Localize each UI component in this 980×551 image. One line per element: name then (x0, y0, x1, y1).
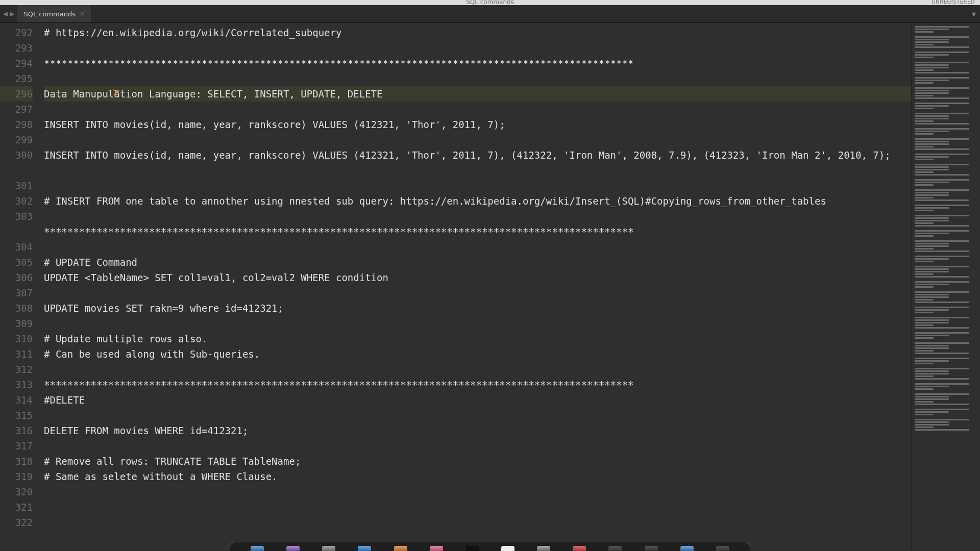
license-status: UNREGISTERED (932, 0, 975, 5)
dock-app-2[interactable] (286, 546, 300, 551)
minimap-line (915, 317, 969, 318)
chevron-down-icon: ▾ (972, 9, 976, 19)
minimap-line (915, 115, 949, 117)
code-editor[interactable]: # https://en.wikipedia.org/wiki/Correlat… (40, 23, 911, 551)
minimap-line (915, 286, 934, 288)
line-number: 297 (0, 102, 33, 117)
dock-app-8[interactable] (501, 546, 514, 551)
code-line: UPDATE <TableName> SET col1=val1, col2=v… (44, 270, 911, 285)
minimap[interactable] (911, 23, 980, 551)
minimap-line (915, 330, 977, 331)
minimap-line (915, 307, 969, 308)
minimap-line (915, 194, 949, 196)
tabbar-menu-icon[interactable]: ▾ (968, 5, 980, 22)
minimap-line (915, 337, 934, 339)
minimap-line (915, 363, 934, 364)
minimap-line (915, 44, 934, 45)
minimap-line (915, 77, 969, 79)
minimap-line (915, 309, 949, 311)
minimap-line (915, 199, 969, 201)
tab-bar: ◀ ▶ SQL commands × ▾ (0, 5, 980, 23)
minimap-line (915, 347, 949, 349)
minimap-line (915, 59, 977, 61)
code-line: INSERT INTO movies(id, name, year, ranks… (44, 117, 911, 132)
minimap-line (915, 235, 934, 237)
minimap-line (915, 123, 969, 124)
minimap-line (915, 388, 934, 390)
line-number-cont (0, 163, 33, 178)
minimap-line (915, 276, 969, 278)
tab-sql-commands[interactable]: SQL commands × (17, 5, 91, 22)
minimap-line (915, 69, 934, 71)
minimap-line (915, 143, 949, 145)
dock-app-trash[interactable] (716, 546, 729, 551)
minimap-line (915, 427, 934, 428)
minimap-line (915, 72, 969, 73)
code-line: # UPDATE Command (44, 255, 911, 270)
dock-app-finder[interactable] (251, 546, 264, 551)
dock-app-13[interactable] (680, 546, 694, 551)
code-line (44, 484, 911, 499)
minimap-line (915, 39, 949, 40)
minimap-line (915, 154, 969, 155)
minimap-line (915, 108, 934, 109)
line-number: 308 (0, 300, 33, 316)
minimap-line (915, 289, 977, 290)
minimap-line (915, 279, 977, 280)
minimap-line (915, 432, 977, 433)
minimap-line (915, 401, 934, 403)
minimap-line (915, 393, 969, 395)
minimap-line (915, 263, 977, 265)
minimap-line (915, 294, 949, 295)
minimap-line (915, 151, 977, 153)
minimap-line (915, 192, 949, 193)
dock-app-10[interactable] (573, 546, 586, 551)
minimap-line (915, 296, 949, 298)
minimap-line (915, 67, 949, 68)
code-line (44, 285, 911, 300)
minimap-line (915, 187, 977, 188)
minimap-line (915, 350, 934, 352)
minimap-line (915, 126, 977, 127)
code-line: # Remove all rows: TRUNCATE TABLE TableN… (44, 454, 911, 469)
minimap-line (915, 207, 949, 209)
minimap-line (915, 138, 969, 140)
line-number: 302 (0, 193, 33, 209)
dock (230, 542, 750, 551)
code-line (44, 163, 911, 178)
code-line (44, 316, 911, 331)
minimap-line (915, 421, 949, 423)
close-icon[interactable]: × (80, 10, 85, 17)
line-number-cont (0, 224, 33, 239)
minimap-line (915, 113, 969, 114)
minimap-line (915, 243, 949, 244)
dock-app-9[interactable] (537, 546, 550, 551)
dock-app-3[interactable] (322, 546, 335, 551)
dock-app-5[interactable] (394, 546, 407, 551)
minimap-line (915, 202, 977, 204)
code-line: ****************************************… (44, 56, 911, 71)
minimap-line (915, 164, 969, 165)
minimap-line (915, 266, 969, 267)
dock-app-7[interactable] (465, 546, 479, 551)
line-number: 320 (0, 484, 33, 499)
minimap-line (915, 324, 934, 326)
minimap-line (915, 131, 949, 132)
dock-app-11[interactable] (608, 546, 622, 551)
nav-back-icon[interactable]: ◀ (3, 10, 8, 17)
code-line: UPDATE movies SET rakn=9 where id=412321… (44, 300, 911, 316)
minimap-line (915, 87, 969, 89)
nav-forward-icon[interactable]: ▶ (10, 10, 14, 17)
dock-app-4[interactable] (358, 546, 371, 551)
code-line (44, 408, 911, 423)
line-number: 299 (0, 132, 33, 147)
line-number: 311 (0, 346, 33, 362)
minimap-line (915, 373, 949, 374)
dock-app-6[interactable] (430, 546, 443, 551)
minimap-line (915, 386, 949, 387)
line-number-gutter: 292293294295296297298299300 301302303 30… (0, 23, 40, 551)
minimap-line (915, 133, 934, 135)
dock-app-12[interactable] (645, 546, 658, 551)
minimap-line (915, 409, 969, 410)
line-number: 307 (0, 285, 33, 300)
